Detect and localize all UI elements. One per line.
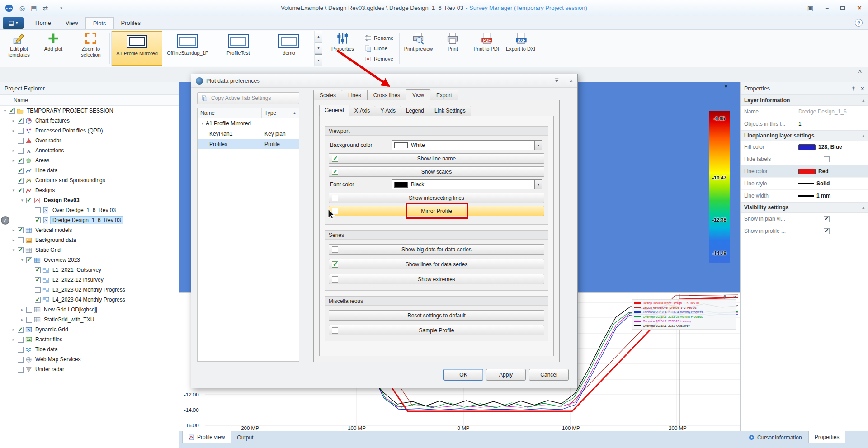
tree-item-line-data[interactable]: Line data <box>0 165 179 175</box>
tree-checkbox[interactable] <box>18 327 24 333</box>
collapse-icon[interactable]: ▾ <box>19 258 25 262</box>
tree-item-static-grid[interactable]: ▾Static Grid <box>0 245 179 255</box>
tree-item-new-grid-lodjkghsdjj[interactable]: ▸New Grid LODjkghsdjj <box>0 305 179 315</box>
tree-checkbox[interactable] <box>26 257 32 263</box>
quick-access-caret-icon[interactable]: ▾ <box>60 6 62 10</box>
tab-output[interactable]: Output <box>231 431 259 443</box>
tree-item-staticgrid-with-txu[interactable]: ▸StaticGrid_with_TXU <box>0 315 179 325</box>
tree-item-over-dredge-1-6-rev-03[interactable]: Over Dredge_1_6_Rev 03 <box>0 205 179 215</box>
dialog-subtab-legend[interactable]: Legend <box>401 106 429 116</box>
expand-icon[interactable]: ▸ <box>19 307 25 312</box>
property-row-line-width[interactable]: Line width1 mm <box>741 190 868 202</box>
plot-item-row-keyplan1[interactable]: KeyPlan1Key plan <box>198 128 299 139</box>
map-options-caret-icon[interactable]: ▼ <box>724 84 728 89</box>
option-show-line-name-button[interactable]: Show line name <box>329 153 544 164</box>
gallery-scroll-up-button[interactable]: ▴ <box>315 31 322 42</box>
tree-item-dynamic-grid[interactable]: ▸DDynamic Grid <box>0 325 179 335</box>
property-row-show-in-profile[interactable]: Show in profile ... <box>741 225 868 237</box>
screen-capture-icon[interactable]: ▣ <box>807 5 813 12</box>
property-row-show-in-plan-vi[interactable]: Show in plan vi... <box>741 213 868 225</box>
checkbox-mirror-profile[interactable] <box>332 208 338 214</box>
close-icon[interactable]: × <box>861 85 864 92</box>
ribbon-collapse-icon[interactable]: ^ <box>858 69 862 76</box>
tree-item-l1-2021-outsurvey[interactable]: L1_2021_Outsurvey <box>0 265 179 275</box>
expand-icon[interactable]: ▸ <box>10 238 17 242</box>
chevron-down-icon[interactable]: ▾ <box>534 180 542 189</box>
plot-item-row-profiles[interactable]: ProfilesProfile <box>198 139 299 149</box>
plot-thumbnail-offlinestandup-1p[interactable]: OfflineStandup_1P <box>162 31 213 66</box>
option-reset-settings-to-default-button[interactable]: Reset settings to default <box>329 310 544 321</box>
help-button[interactable]: ? <box>855 19 863 27</box>
gallery-expand-button[interactable]: ▾ <box>315 54 322 66</box>
checkbox-show-in-profile[interactable] <box>824 228 830 234</box>
tree-checkbox[interactable] <box>35 217 41 223</box>
plot-item-row-a1-profile-mirrored[interactable]: ▾A1 Profile Mirrored <box>198 118 299 128</box>
collapse-icon[interactable]: ▾ <box>2 108 8 113</box>
ribbon-remove-button[interactable]: Remove <box>364 55 393 62</box>
checkbox-show-line-name[interactable] <box>332 156 338 162</box>
expand-icon[interactable]: ▸ <box>10 158 17 163</box>
copy-active-tab-settings-button[interactable]: Copy Active Tab Settings <box>197 92 299 104</box>
tree-item-l4-2023-04-monthly-progress[interactable]: L4_2023-04 Monthly Progress <box>0 295 179 305</box>
expand-icon[interactable]: ▸ <box>10 228 17 232</box>
dialog-tab-scales[interactable]: Scales <box>313 90 342 100</box>
tree-item-processed-point-files-qpd[interactable]: ▸Processed Point files (QPD) <box>0 126 179 136</box>
chevron-down-icon[interactable]: ▾ <box>534 141 542 150</box>
tree-checkbox[interactable] <box>18 118 24 124</box>
pin-icon[interactable] <box>851 86 856 91</box>
option-show-extremes-button[interactable]: Show extremes <box>329 274 544 284</box>
option-show-intersecting-lines-button[interactable]: Show intersecting lines <box>329 193 544 203</box>
tree-checkbox[interactable] <box>18 357 24 363</box>
plot-thumbnail-a1-profile-mirrored[interactable]: A1 Profile Mirrored <box>112 31 162 66</box>
tree-checkbox[interactable] <box>18 237 24 243</box>
tab-cursor-information[interactable]: Cursor information <box>743 431 808 443</box>
property-row-objects-in-this-l[interactable]: Objects in this l...1 <box>741 118 868 130</box>
collapse-icon[interactable]: ▾ <box>10 188 17 193</box>
tree-item-background-data[interactable]: ▸Background data <box>0 235 179 245</box>
tree-checkbox[interactable] <box>35 267 41 273</box>
tree-item-areas[interactable]: ▸Areas <box>0 156 179 165</box>
dialog-tab-export[interactable]: Export <box>430 90 458 100</box>
tab-profile-view[interactable]: Profile view <box>182 431 231 443</box>
zoom-tool-icon[interactable]: ◎ <box>19 5 25 12</box>
tree-checkbox[interactable] <box>18 367 24 373</box>
pin-icon[interactable] <box>722 294 727 300</box>
font-color-dropdown[interactable]: Black▾ <box>392 179 542 189</box>
tree-checkbox[interactable] <box>18 138 24 144</box>
option-mirror-profile-button[interactable]: Mirror Profile <box>329 206 544 216</box>
ribbon-rename-button[interactable]: Rename <box>364 34 393 42</box>
expand-icon[interactable]: ▸ <box>19 317 25 322</box>
tree-item-dredge-design-1-6-rev-03[interactable]: Dredge Design_1_6_Rev 03 <box>0 215 179 225</box>
ribbon-clone-button[interactable]: Clone <box>364 45 393 52</box>
maximize-button[interactable] <box>840 6 845 10</box>
tab-properties[interactable]: Properties <box>808 431 846 443</box>
ribbon-add-plot-button[interactable]: Add plot <box>36 30 71 67</box>
property-row-name[interactable]: NameDredge Design_1_6... <box>741 106 868 118</box>
tree-checkbox[interactable] <box>26 317 32 323</box>
column-header-name[interactable]: Name <box>198 108 262 118</box>
tree-item-l2-2022-12-insurvey[interactable]: L2_2022-12 Insurvey <box>0 275 179 285</box>
tree-item-under-radar[interactable]: Under radar <box>0 364 179 374</box>
expand-icon[interactable]: ▸ <box>10 148 17 153</box>
section-header-visibility-settings[interactable]: Visibility settings▴ <box>741 202 868 213</box>
plot-thumbnail-profiletest[interactable]: ProfileTest <box>213 31 264 66</box>
dialog-titlebar[interactable]: Plot data preferences × <box>191 74 577 88</box>
ribbon-properties-button[interactable]: Properties <box>326 30 360 67</box>
tree-checkbox[interactable] <box>18 347 24 353</box>
ribbon-print-preview-button[interactable]: Print preview <box>401 30 435 67</box>
tree-item-designs[interactable]: ▾Designs <box>0 185 179 195</box>
cancel-button[interactable]: Cancel <box>529 369 569 381</box>
option-show-lines-for-data-series-button[interactable]: Show lines for data series <box>329 259 544 269</box>
dialog-tab-view[interactable]: View <box>406 89 430 100</box>
dialog-tab-lines[interactable]: Lines <box>342 90 368 100</box>
ribbon-tab-view[interactable]: View <box>58 17 85 29</box>
property-row-line-style[interactable]: Line styleSolid <box>741 178 868 190</box>
checkbox-show-scales[interactable] <box>332 169 338 175</box>
checkbox-show-extremes[interactable] <box>332 276 338 283</box>
option-show-scales-button[interactable]: Show scales <box>329 166 544 177</box>
background-color-dropdown[interactable]: White▾ <box>392 140 542 150</box>
gallery-scroll-down-button[interactable]: ▾ <box>315 42 322 54</box>
tree-checkbox[interactable] <box>18 128 24 134</box>
column-header-type[interactable]: Type▲ <box>262 108 299 118</box>
tree-item-tide-data[interactable]: Tide data <box>0 344 179 354</box>
